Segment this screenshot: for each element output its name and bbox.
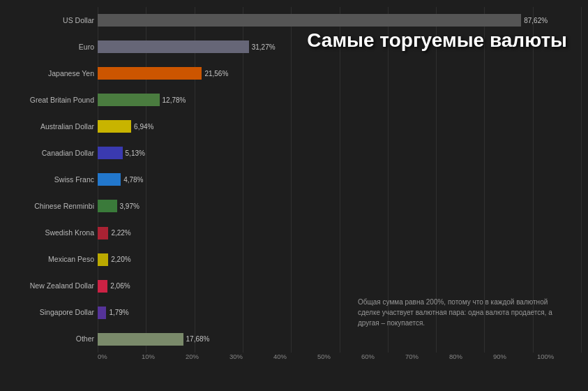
bar-row: 2,06% (98, 274, 581, 298)
x-tick-label: 100% (537, 353, 581, 370)
x-tick-label: 30% (229, 353, 273, 370)
x-tick-label: 80% (449, 353, 493, 370)
x-tick-label: 60% (361, 353, 405, 370)
bar (98, 200, 117, 212)
x-tick-label: 0% (98, 353, 142, 370)
bar-label: Japanese Yen (7, 61, 94, 85)
labels-column: US DollarEuroJapanese YenGreat Britain P… (7, 7, 98, 353)
bar-label: Australian Dollar (7, 115, 94, 139)
bar (98, 147, 123, 159)
bar-value-label: 31,27% (252, 43, 276, 51)
bar-label: Mexican Peso (7, 247, 94, 272)
bar-row: 17,68% (98, 327, 581, 351)
bar-label: Great Britain Pound (7, 88, 94, 112)
bar (98, 40, 249, 53)
chart-note: Общая сумма равна 200%, потому что в каж… (358, 297, 567, 328)
bar-label: Swiss Franc (7, 168, 94, 192)
bar-value-label: 2,22% (111, 229, 130, 237)
bar-row: 87,62% (98, 8, 581, 32)
bar-label: Canadian Dollar (7, 141, 94, 165)
x-tick-label: 50% (317, 353, 361, 370)
bar-row: 5,13% (98, 141, 581, 165)
bar-value-label: 17,68% (186, 335, 210, 343)
bar-label: Chinese Renminbi (7, 194, 94, 219)
bar (98, 253, 108, 266)
bar-value-label: 87,62% (524, 17, 548, 24)
bar-label: Swedish Krona (7, 221, 94, 245)
bar-value-label: 2,06% (110, 282, 130, 290)
bar-value-label: 1,79% (109, 309, 128, 316)
bar (98, 307, 106, 319)
bar (98, 333, 183, 346)
bar-value-label: 21,56% (204, 70, 228, 78)
bar (98, 280, 107, 293)
bar-label: US Dollar (7, 8, 94, 32)
bar-label: Singapore Dollar (7, 300, 94, 325)
chart-container: US DollarEuroJapanese YenGreat Britain P… (0, 0, 588, 391)
bar (98, 67, 202, 80)
bar-row: 3,97% (98, 194, 581, 219)
bar-row: 12,78% (98, 88, 581, 112)
bar (98, 227, 108, 239)
bar (98, 120, 131, 133)
x-tick-label: 10% (142, 353, 186, 370)
x-tick-label: 70% (405, 353, 449, 370)
bar-row: 31,27% (98, 34, 581, 59)
x-tick-label: 40% (273, 353, 317, 370)
bar-row: 2,20% (98, 247, 581, 272)
bar-label: Euro (7, 34, 94, 59)
bar-row: 2,22% (98, 221, 581, 245)
bar-row: 6,94% (98, 115, 581, 139)
chart-area: US DollarEuroJapanese YenGreat Britain P… (7, 7, 581, 353)
bar (98, 14, 521, 27)
bar-value-label: 5,13% (126, 149, 145, 157)
bar-row: 4,78% (98, 168, 581, 192)
x-axis: 0%10%20%30%40%50%60%70%80%90%100% (98, 353, 581, 370)
bar-value-label: 2,20% (111, 256, 130, 263)
x-tick-label: 90% (493, 353, 537, 370)
bar (98, 94, 160, 106)
bar-value-label: 6,94% (134, 123, 153, 131)
bar-value-label: 12,78% (163, 96, 186, 104)
bar-label: Other (7, 327, 94, 351)
bar-value-label: 4,78% (123, 176, 143, 184)
bar-value-label: 3,97% (120, 202, 140, 210)
grid-line (581, 7, 582, 353)
bar-label: New Zealand Dollar (7, 274, 94, 298)
x-tick-label: 20% (186, 353, 229, 370)
bar-row: 21,56% (98, 61, 581, 85)
bar (98, 173, 121, 186)
